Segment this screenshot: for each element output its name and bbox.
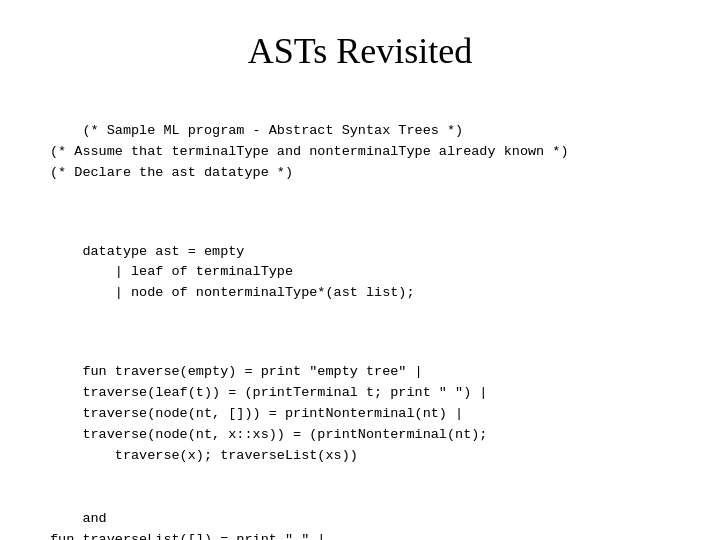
traverse-line-5: traverse(x); traverseList(xs)) (50, 448, 358, 463)
comment-line-2: (* Assume that terminalType and nontermi… (50, 144, 568, 159)
datatype-line-1: datatype ast = empty (82, 244, 244, 259)
and-line-1: and (82, 511, 106, 526)
datatype-section: datatype ast = empty | leaf of terminalT… (50, 221, 670, 326)
slide: ASTs Revisited (* Sample ML program - Ab… (0, 0, 720, 540)
traverse-line-1: fun traverse(empty) = print "empty tree"… (82, 364, 422, 379)
slide-title: ASTs Revisited (50, 30, 670, 72)
comments-section: (* Sample ML program - Abstract Syntax T… (50, 100, 670, 205)
and-fun-section: and fun traverseList([]) = print " " | t… (50, 488, 670, 540)
comment-line-3: (* Declare the ast datatype *) (50, 165, 293, 180)
and-line-2: fun traverseList([]) = print " " | (50, 532, 325, 540)
datatype-line-2: | leaf of terminalType (50, 264, 293, 279)
traverse-section: fun traverse(empty) = print "empty tree"… (50, 341, 670, 487)
traverse-line-4: traverse(node(nt, x::xs)) = (printNonter… (50, 427, 487, 442)
traverse-line-3: traverse(node(nt, [])) = printNontermina… (50, 406, 463, 421)
traverse-line-2: traverse(leaf(t)) = (printTerminal t; pr… (50, 385, 487, 400)
datatype-line-3: | node of nonterminalType*(ast list); (50, 285, 415, 300)
comment-line-1: (* Sample ML program - Abstract Syntax T… (82, 123, 463, 138)
